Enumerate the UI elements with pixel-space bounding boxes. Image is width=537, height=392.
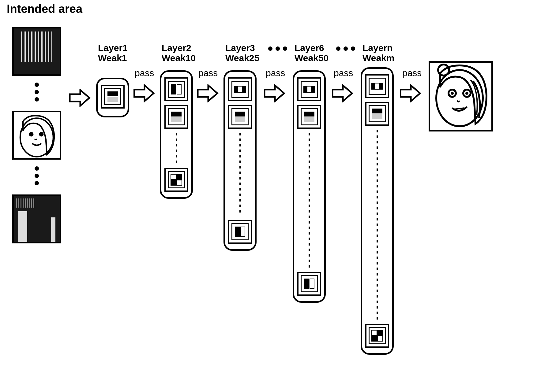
diagram-title: Intended area [7, 2, 82, 16]
arrow-icon [133, 84, 155, 102]
pass-label-4: pass [334, 68, 353, 78]
layer3-container [223, 70, 257, 251]
layer1-label: Layer1 Weak1 [98, 43, 128, 63]
pass-label-3: pass [266, 68, 285, 78]
layer6-label: Layer6 Weak50 [295, 43, 329, 63]
layer1-container [96, 78, 129, 117]
arrow-icon [69, 89, 91, 107]
layer-vdots-icon [309, 133, 310, 268]
layer-vdots-icon [239, 133, 241, 216]
input-sample-3 [12, 194, 61, 243]
svg-point-7 [465, 92, 468, 95]
layer3-label: Layer3 Weak25 [225, 43, 259, 63]
arrow-icon [332, 84, 353, 102]
haar-feature-icon [297, 105, 321, 129]
haar-feature-icon [101, 85, 125, 109]
svg-point-5 [451, 92, 454, 95]
haar-feature-icon [365, 74, 389, 98]
input-sample-1 [12, 27, 61, 76]
face-icon [430, 63, 491, 130]
haar-feature-icon [297, 272, 321, 296]
layer-vdots-icon [176, 133, 177, 164]
haar-feature-icon [365, 102, 389, 126]
haar-feature-icon [164, 168, 188, 192]
input-vdots-2 [35, 166, 39, 185]
haar-feature-icon [297, 77, 321, 101]
svg-point-1 [29, 132, 34, 137]
haar-feature-icon [164, 105, 188, 129]
input-sample-2-face [12, 111, 61, 160]
arrow-icon [264, 84, 285, 102]
face-icon [14, 112, 60, 158]
pass-label-5: pass [402, 68, 422, 78]
layer2-container [160, 70, 193, 199]
pass-label-1: pass [135, 68, 154, 78]
haar-feature-icon [228, 105, 252, 129]
haar-feature-icon [164, 77, 188, 101]
arrow-icon [400, 84, 421, 102]
layer6-container [293, 70, 326, 303]
pass-label-2: pass [198, 68, 218, 78]
output-face [429, 61, 493, 131]
layern-label: Layern Weakm [362, 43, 395, 63]
layern-container [361, 67, 394, 355]
ellipsis-1 [268, 46, 287, 51]
input-vdots-1 [35, 83, 39, 102]
haar-feature-icon [228, 77, 252, 101]
haar-feature-icon [228, 220, 252, 244]
svg-point-2 [39, 132, 44, 137]
ellipsis-2 [336, 46, 355, 51]
haar-feature-icon [365, 324, 389, 348]
arrow-icon [197, 84, 219, 102]
layer2-label: Layer2 Weak10 [162, 43, 196, 63]
layer-vdots-icon [377, 130, 378, 320]
